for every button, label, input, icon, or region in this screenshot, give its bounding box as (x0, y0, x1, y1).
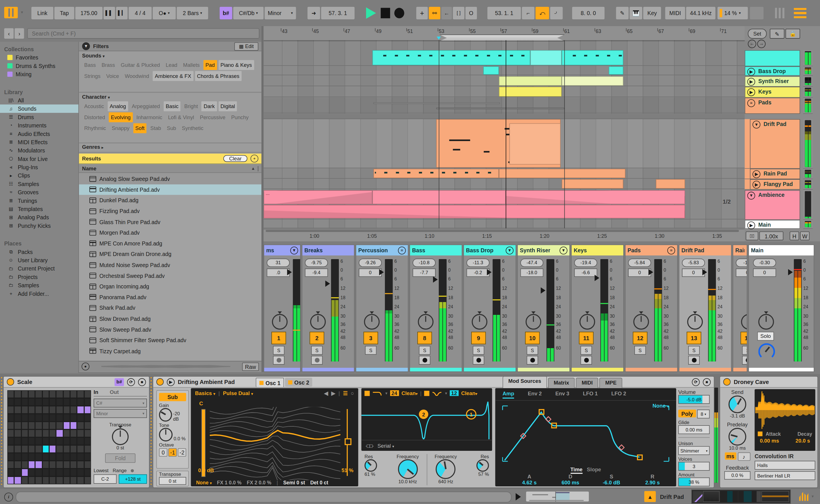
sounds-tag-guitar-plucked[interactable]: Guitar & Plucked (119, 60, 162, 70)
pan-knob[interactable] (633, 314, 649, 330)
arrangement-clip[interactable]: ... (264, 190, 372, 205)
scale-grid-cell[interactable] (43, 414, 49, 421)
scale-grid-cell[interactable] (71, 477, 77, 484)
scale-grid-cell[interactable] (36, 406, 42, 413)
track-fold-play-icon[interactable]: ▶ (747, 88, 755, 96)
channel-header[interactable]: Bass Drop▼ (464, 245, 516, 255)
droney-on-toggle[interactable] (723, 378, 731, 386)
pan-knob[interactable] (758, 314, 774, 330)
scale-grid-cell[interactable] (8, 391, 14, 398)
pan-knob[interactable] (310, 314, 326, 330)
sub-gain-knob[interactable] (159, 408, 172, 422)
wt-prev-table-icon[interactable]: ◀ (324, 390, 328, 396)
scale-note-grid[interactable] (7, 390, 91, 484)
channel-header[interactable]: Rain P (733, 245, 747, 255)
levels-chevron-icon[interactable]: ▾ (812, 494, 814, 499)
sounds-tag-brass[interactable]: Brass (99, 60, 117, 70)
track-fold-play-icon[interactable]: ▶ (747, 68, 755, 76)
track-header-main[interactable]: ▶Main (745, 220, 800, 229)
scale-active-cell[interactable] (63, 422, 69, 429)
scale-grid-cell[interactable] (29, 430, 35, 437)
track-number-button[interactable]: 10 (525, 332, 539, 344)
mod-tab-matrix[interactable]: Matrix (548, 378, 575, 388)
scale-active-cell[interactable] (77, 406, 83, 413)
scale-grid-cell[interactable] (50, 477, 55, 484)
scale-grid-cell[interactable] (29, 446, 35, 453)
wavetable-hot-swap-icon[interactable]: ⟳ (692, 378, 700, 386)
add-locator-button[interactable]: + (416, 7, 428, 19)
unison-mode-select[interactable]: Shimmer▾ (678, 446, 710, 455)
scale-grid-cell[interactable] (36, 469, 42, 476)
scale-grid-cell[interactable] (36, 477, 42, 484)
wt-fx2-value[interactable]: FX 2 0.0 % (247, 480, 271, 485)
track-number-button[interactable]: 9 (471, 332, 486, 344)
scale-grid-cell[interactable] (63, 446, 69, 453)
fader-position-icon[interactable] (433, 276, 438, 283)
scale-grid-cell[interactable] (57, 406, 63, 413)
mod-tab-midi[interactable]: MIDI (576, 378, 598, 388)
sounds-tag-mallets[interactable]: Mallets (181, 60, 202, 70)
mixer-channel-rain-p[interactable]: Rain P-13.0606121824303642486014S (733, 245, 747, 372)
play-button[interactable] (366, 7, 376, 19)
scale-active-cell[interactable] (84, 406, 90, 413)
character-tag-lofi-vinyl[interactable]: Lofi & Vinyl (166, 112, 196, 122)
fader-position-icon[interactable] (703, 269, 707, 275)
scale-grid-cell[interactable] (84, 398, 90, 405)
draw-mode-button[interactable]: ✎ (616, 7, 629, 19)
scale-grid-cell[interactable] (15, 398, 21, 405)
track-header-bass-drop[interactable]: ▶Bass Drop (745, 66, 800, 76)
character-tag-dark[interactable]: Dark (201, 101, 217, 111)
arm-button[interactable] (580, 356, 592, 365)
solo-button[interactable]: S (635, 346, 646, 355)
volume-field[interactable]: -5.0 dB (678, 395, 710, 404)
scale-active-cell[interactable] (8, 477, 14, 484)
selected-device-collapse-button[interactable]: ▲ (644, 491, 656, 502)
scale-grid-cell[interactable] (84, 438, 90, 445)
scale-grid-cell[interactable] (29, 391, 35, 398)
scale-grid-cell[interactable] (8, 406, 14, 413)
sounds-tag-pad[interactable]: Pad (203, 60, 217, 70)
attack-value[interactable]: 0.00 ms (760, 438, 779, 443)
stop-button[interactable] (381, 8, 390, 18)
scale-grid-cell[interactable] (22, 453, 28, 460)
status-text-field[interactable] (16, 491, 511, 503)
list-item[interactable]: Panorama Pad.adv (79, 292, 261, 303)
quantize-menu[interactable]: O● ▾ (152, 7, 176, 19)
optimize-height-icon[interactable]: ▯▯ (746, 232, 758, 240)
draw-automation-button[interactable]: ✎ (770, 29, 784, 39)
solo-button[interactable]: S (527, 346, 538, 355)
adsr-value[interactable]: 2.90 s (634, 480, 671, 485)
arrangement-clip[interactable] (509, 123, 560, 164)
character-tag-acoustic[interactable]: Acoustic (82, 101, 106, 111)
list-item[interactable]: Orchestral Sweep Pad.adv (79, 270, 261, 281)
scale-grid-cell[interactable] (36, 414, 42, 421)
scale-device-titlebar[interactable]: Scale b# ⟳ ■ (4, 377, 149, 388)
env-tab-amp[interactable]: Amp (502, 391, 514, 399)
midi-map-button[interactable]: MIDI (665, 7, 685, 19)
track-chevron-icon[interactable]: ▼ (747, 192, 755, 200)
fader-position-icon[interactable] (594, 275, 599, 281)
scale-grid-cell[interactable] (77, 391, 83, 398)
cpu-meter[interactable]: 14 %▾ (718, 7, 748, 19)
wt-right-slider-handle[interactable] (345, 438, 351, 445)
scale-active-cell[interactable] (71, 422, 77, 429)
freq2-knob[interactable] (436, 459, 456, 479)
peak-value-pill[interactable]: -0.30 (753, 259, 776, 267)
track-lane-pads[interactable] (264, 98, 745, 113)
sub-tone-value[interactable]: 0.0 % (174, 436, 185, 441)
key-note-menu[interactable]: C#/Db ▾ (233, 7, 264, 19)
character-tag-bright[interactable]: Bright (182, 101, 200, 111)
volume-field[interactable]: -7.7 (413, 268, 436, 277)
pan-knob[interactable] (418, 314, 434, 330)
scale-grid-cell[interactable] (43, 469, 49, 476)
scale-active-cell[interactable] (50, 446, 55, 453)
ir-category-select[interactable]: Halls (755, 461, 815, 470)
next-marker-button[interactable]: → (757, 40, 766, 48)
scale-grid-cell[interactable] (8, 422, 14, 429)
wt-next-table-icon[interactable]: ▶ (331, 390, 335, 396)
scale-grid-cell[interactable] (77, 477, 83, 484)
scale-grid-cell[interactable] (50, 469, 55, 476)
scale-grid-cell[interactable] (22, 446, 28, 453)
scale-grid-cell[interactable] (29, 406, 35, 413)
tempo-field[interactable]: 175.00 (75, 7, 102, 19)
